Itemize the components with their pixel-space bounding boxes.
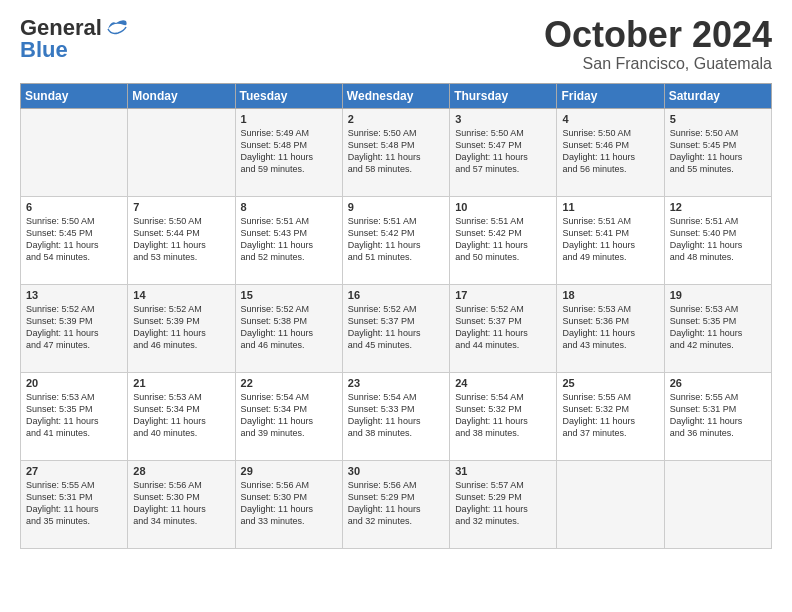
cell-5-7 xyxy=(664,460,771,548)
cell-1-6: 4Sunrise: 5:50 AMSunset: 5:46 PMDaylight… xyxy=(557,108,664,196)
day-number: 23 xyxy=(348,377,444,389)
day-number: 1 xyxy=(241,113,337,125)
day-number: 14 xyxy=(133,289,229,301)
day-number: 8 xyxy=(241,201,337,213)
cell-content: Sunrise: 5:57 AMSunset: 5:29 PMDaylight:… xyxy=(455,479,551,528)
cell-content: Sunrise: 5:51 AMSunset: 5:42 PMDaylight:… xyxy=(348,215,444,264)
day-number: 4 xyxy=(562,113,658,125)
cell-4-1: 20Sunrise: 5:53 AMSunset: 5:35 PMDayligh… xyxy=(21,372,128,460)
cell-content: Sunrise: 5:54 AMSunset: 5:33 PMDaylight:… xyxy=(348,391,444,440)
day-number: 2 xyxy=(348,113,444,125)
col-monday: Monday xyxy=(128,83,235,108)
cell-content: Sunrise: 5:54 AMSunset: 5:34 PMDaylight:… xyxy=(241,391,337,440)
cell-content: Sunrise: 5:51 AMSunset: 5:42 PMDaylight:… xyxy=(455,215,551,264)
day-number: 10 xyxy=(455,201,551,213)
cell-content: Sunrise: 5:52 AMSunset: 5:37 PMDaylight:… xyxy=(348,303,444,352)
cell-2-6: 11Sunrise: 5:51 AMSunset: 5:41 PMDayligh… xyxy=(557,196,664,284)
day-number: 25 xyxy=(562,377,658,389)
day-number: 6 xyxy=(26,201,122,213)
cell-content: Sunrise: 5:55 AMSunset: 5:32 PMDaylight:… xyxy=(562,391,658,440)
cell-3-6: 18Sunrise: 5:53 AMSunset: 5:36 PMDayligh… xyxy=(557,284,664,372)
cell-2-7: 12Sunrise: 5:51 AMSunset: 5:40 PMDayligh… xyxy=(664,196,771,284)
col-saturday: Saturday xyxy=(664,83,771,108)
cell-5-1: 27Sunrise: 5:55 AMSunset: 5:31 PMDayligh… xyxy=(21,460,128,548)
cell-5-2: 28Sunrise: 5:56 AMSunset: 5:30 PMDayligh… xyxy=(128,460,235,548)
day-number: 29 xyxy=(241,465,337,477)
day-number: 26 xyxy=(670,377,766,389)
logo-blue-text: Blue xyxy=(20,37,68,63)
location: San Francisco, Guatemala xyxy=(544,55,772,73)
day-number: 9 xyxy=(348,201,444,213)
cell-content: Sunrise: 5:50 AMSunset: 5:47 PMDaylight:… xyxy=(455,127,551,176)
cell-content: Sunrise: 5:53 AMSunset: 5:36 PMDaylight:… xyxy=(562,303,658,352)
cell-content: Sunrise: 5:50 AMSunset: 5:45 PMDaylight:… xyxy=(670,127,766,176)
logo-bird-icon xyxy=(106,19,128,37)
cell-5-5: 31Sunrise: 5:57 AMSunset: 5:29 PMDayligh… xyxy=(450,460,557,548)
header: General Blue October 2024 San Francisco,… xyxy=(20,15,772,73)
cell-content: Sunrise: 5:51 AMSunset: 5:40 PMDaylight:… xyxy=(670,215,766,264)
cell-1-3: 1Sunrise: 5:49 AMSunset: 5:48 PMDaylight… xyxy=(235,108,342,196)
col-sunday: Sunday xyxy=(21,83,128,108)
day-number: 15 xyxy=(241,289,337,301)
calendar-table: Sunday Monday Tuesday Wednesday Thursday… xyxy=(20,83,772,549)
cell-1-7: 5Sunrise: 5:50 AMSunset: 5:45 PMDaylight… xyxy=(664,108,771,196)
cell-content: Sunrise: 5:50 AMSunset: 5:46 PMDaylight:… xyxy=(562,127,658,176)
col-tuesday: Tuesday xyxy=(235,83,342,108)
day-number: 17 xyxy=(455,289,551,301)
cell-5-6 xyxy=(557,460,664,548)
cell-content: Sunrise: 5:52 AMSunset: 5:38 PMDaylight:… xyxy=(241,303,337,352)
day-number: 12 xyxy=(670,201,766,213)
cell-2-5: 10Sunrise: 5:51 AMSunset: 5:42 PMDayligh… xyxy=(450,196,557,284)
cell-4-2: 21Sunrise: 5:53 AMSunset: 5:34 PMDayligh… xyxy=(128,372,235,460)
cell-4-5: 24Sunrise: 5:54 AMSunset: 5:32 PMDayligh… xyxy=(450,372,557,460)
day-number: 16 xyxy=(348,289,444,301)
cell-content: Sunrise: 5:52 AMSunset: 5:39 PMDaylight:… xyxy=(26,303,122,352)
cell-content: Sunrise: 5:55 AMSunset: 5:31 PMDaylight:… xyxy=(670,391,766,440)
cell-4-3: 22Sunrise: 5:54 AMSunset: 5:34 PMDayligh… xyxy=(235,372,342,460)
week-row-5: 27Sunrise: 5:55 AMSunset: 5:31 PMDayligh… xyxy=(21,460,772,548)
cell-content: Sunrise: 5:50 AMSunset: 5:44 PMDaylight:… xyxy=(133,215,229,264)
cell-content: Sunrise: 5:56 AMSunset: 5:29 PMDaylight:… xyxy=(348,479,444,528)
day-number: 3 xyxy=(455,113,551,125)
cell-content: Sunrise: 5:49 AMSunset: 5:48 PMDaylight:… xyxy=(241,127,337,176)
day-number: 18 xyxy=(562,289,658,301)
day-number: 11 xyxy=(562,201,658,213)
day-number: 30 xyxy=(348,465,444,477)
cell-1-4: 2Sunrise: 5:50 AMSunset: 5:48 PMDaylight… xyxy=(342,108,449,196)
day-number: 21 xyxy=(133,377,229,389)
cell-4-7: 26Sunrise: 5:55 AMSunset: 5:31 PMDayligh… xyxy=(664,372,771,460)
cell-1-5: 3Sunrise: 5:50 AMSunset: 5:47 PMDaylight… xyxy=(450,108,557,196)
cell-content: Sunrise: 5:51 AMSunset: 5:43 PMDaylight:… xyxy=(241,215,337,264)
week-row-2: 6Sunrise: 5:50 AMSunset: 5:45 PMDaylight… xyxy=(21,196,772,284)
day-number: 20 xyxy=(26,377,122,389)
cell-4-6: 25Sunrise: 5:55 AMSunset: 5:32 PMDayligh… xyxy=(557,372,664,460)
cell-content: Sunrise: 5:52 AMSunset: 5:37 PMDaylight:… xyxy=(455,303,551,352)
col-wednesday: Wednesday xyxy=(342,83,449,108)
month-title: October 2024 xyxy=(544,15,772,55)
cell-3-4: 16Sunrise: 5:52 AMSunset: 5:37 PMDayligh… xyxy=(342,284,449,372)
cell-content: Sunrise: 5:51 AMSunset: 5:41 PMDaylight:… xyxy=(562,215,658,264)
cell-2-1: 6Sunrise: 5:50 AMSunset: 5:45 PMDaylight… xyxy=(21,196,128,284)
cell-2-2: 7Sunrise: 5:50 AMSunset: 5:44 PMDaylight… xyxy=(128,196,235,284)
day-number: 13 xyxy=(26,289,122,301)
header-row: Sunday Monday Tuesday Wednesday Thursday… xyxy=(21,83,772,108)
day-number: 5 xyxy=(670,113,766,125)
cell-5-3: 29Sunrise: 5:56 AMSunset: 5:30 PMDayligh… xyxy=(235,460,342,548)
cell-content: Sunrise: 5:53 AMSunset: 5:35 PMDaylight:… xyxy=(670,303,766,352)
cell-1-2 xyxy=(128,108,235,196)
day-number: 31 xyxy=(455,465,551,477)
day-number: 28 xyxy=(133,465,229,477)
col-thursday: Thursday xyxy=(450,83,557,108)
week-row-3: 13Sunrise: 5:52 AMSunset: 5:39 PMDayligh… xyxy=(21,284,772,372)
cell-content: Sunrise: 5:56 AMSunset: 5:30 PMDaylight:… xyxy=(133,479,229,528)
cell-content: Sunrise: 5:55 AMSunset: 5:31 PMDaylight:… xyxy=(26,479,122,528)
cell-1-1 xyxy=(21,108,128,196)
day-number: 7 xyxy=(133,201,229,213)
title-block: October 2024 San Francisco, Guatemala xyxy=(544,15,772,73)
cell-content: Sunrise: 5:53 AMSunset: 5:34 PMDaylight:… xyxy=(133,391,229,440)
cell-4-4: 23Sunrise: 5:54 AMSunset: 5:33 PMDayligh… xyxy=(342,372,449,460)
cell-3-3: 15Sunrise: 5:52 AMSunset: 5:38 PMDayligh… xyxy=(235,284,342,372)
day-number: 19 xyxy=(670,289,766,301)
cell-3-5: 17Sunrise: 5:52 AMSunset: 5:37 PMDayligh… xyxy=(450,284,557,372)
col-friday: Friday xyxy=(557,83,664,108)
